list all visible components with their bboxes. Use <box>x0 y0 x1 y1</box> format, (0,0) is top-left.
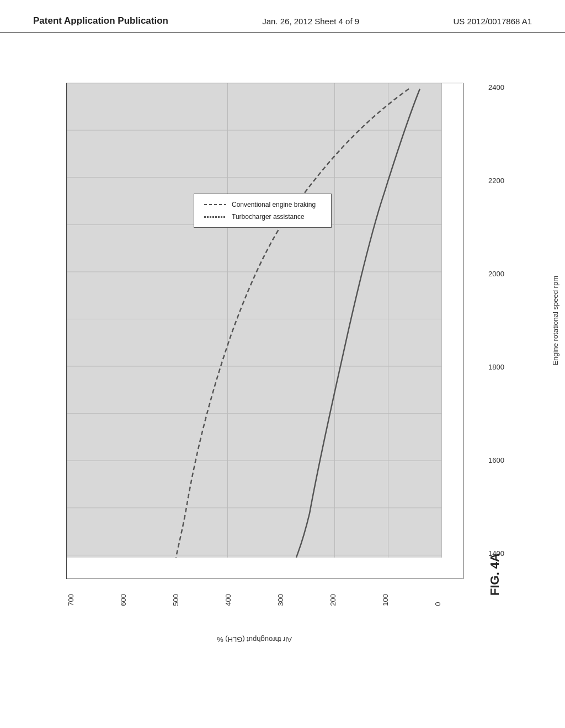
chart-legend: Conventional engine braking Turbocharger… <box>194 194 332 228</box>
y-label-2000: 2000 <box>488 270 504 278</box>
x-label-400: 400 <box>224 594 232 606</box>
y-label-1600: 1600 <box>488 456 504 464</box>
x-label-200: 200 <box>329 594 337 606</box>
legend-label-turbocharger: Turbocharger assistance <box>232 213 305 221</box>
publication-title: Patent Application Publication <box>33 15 168 26</box>
chart-curves <box>67 83 442 558</box>
x-axis-labels: 700 600 500 400 300 200 100 0 <box>67 594 442 606</box>
publication-number: US 2012/0017868 A1 <box>453 17 532 26</box>
page-header: Patent Application Publication Jan. 26, … <box>0 0 565 33</box>
chart-container: Conventional engine braking Turbocharger… <box>33 83 513 623</box>
y-axis-title: Engine rotational speed rpm <box>551 276 559 366</box>
x-label-500: 500 <box>172 594 180 606</box>
x-label-700: 700 <box>67 594 75 606</box>
chart-outer-box: Conventional engine braking Turbocharger… <box>66 83 463 579</box>
figure-label: FIG. 4A <box>488 553 502 596</box>
x-label-0: 0 <box>434 594 442 606</box>
x-label-600: 600 <box>119 594 127 606</box>
legend-label-conventional: Conventional engine braking <box>232 201 316 208</box>
x-label-100: 100 <box>381 594 390 606</box>
y-axis-labels: 2400 2200 2000 1800 1600 1400 <box>488 83 504 558</box>
x-axis-title: Air throughput (GLH) % <box>217 635 292 644</box>
y-label-2200: 2200 <box>488 176 504 185</box>
legend-item-turbocharger: Turbocharger assistance <box>204 213 321 221</box>
x-label-300: 300 <box>276 594 285 606</box>
y-axis-title-wrapper: Engine rotational speed rpm <box>551 83 559 558</box>
x-axis-title-wrapper: Air throughput (GLH) % <box>67 635 442 645</box>
legend-item-conventional: Conventional engine braking <box>204 201 321 208</box>
publication-date-sheet: Jan. 26, 2012 Sheet 4 of 9 <box>262 17 359 26</box>
legend-dashed-line <box>204 204 226 205</box>
legend-solid-line <box>204 216 226 218</box>
chart-grid: Conventional engine braking Turbocharger… <box>67 83 442 558</box>
y-label-2400: 2400 <box>488 83 504 92</box>
y-label-1800: 1800 <box>488 363 504 371</box>
